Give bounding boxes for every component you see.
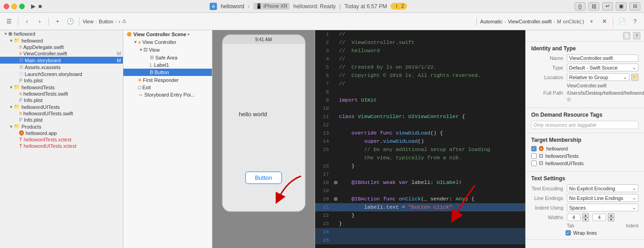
tree-item-uitests-plist[interactable]: P Info.plist bbox=[0, 117, 123, 123]
name-label: Name bbox=[531, 55, 563, 61]
tree-item-helloworduitests-group[interactable]: ▼ 📁 hellowordUITests bbox=[0, 103, 123, 110]
name-input[interactable]: ViewController.swift bbox=[567, 54, 639, 62]
indent-stepper-input[interactable]: 4 bbox=[592, 214, 606, 221]
back-btn[interactable]: ‹ bbox=[21, 16, 32, 27]
canvas-area: 9:41 AM hello world Button bbox=[212, 30, 315, 248]
tree-item-appdelegate[interactable]: S AppDelegate.swift bbox=[0, 44, 123, 50]
app-name: helloword bbox=[221, 3, 244, 10]
minimize-button[interactable] bbox=[11, 4, 17, 9]
layout-btn2[interactable]: ⊟ bbox=[629, 2, 640, 11]
tree-item-tests-plist[interactable]: P Info.plist bbox=[0, 97, 123, 103]
hellowordtests-checkbox[interactable] bbox=[531, 153, 537, 159]
status-text: helloword: Ready bbox=[293, 3, 336, 10]
tree-item-hellowordtests-swift[interactable]: S hellowordTests.swift bbox=[0, 91, 123, 97]
play-button[interactable]: ▶ bbox=[31, 3, 36, 10]
tree-item-helloword-group[interactable]: ▼ 📁 helloword bbox=[0, 37, 123, 44]
location-path: ViewController.swift bbox=[567, 83, 607, 88]
type-dropdown[interactable]: Default - Swift Source ⌄ bbox=[567, 64, 639, 71]
location-dropdown[interactable]: Relative to Group ⌄ bbox=[567, 73, 629, 81]
tree-item-viewcontroller[interactable]: S ViewController.swift M bbox=[0, 50, 123, 57]
nav-onclick-label: onClick(:) bbox=[563, 19, 584, 24]
code-line-19: 19 bbox=[315, 187, 525, 195]
file-icon-btn[interactable]: 📄 bbox=[623, 32, 630, 39]
nav-exit-label: Exit bbox=[143, 85, 151, 90]
tab-stepper-down[interactable]: ▼ bbox=[582, 217, 589, 221]
nav-button-item[interactable]: B Button bbox=[123, 69, 212, 76]
nav-view-item[interactable]: ▼ ⊡ View bbox=[123, 46, 212, 54]
stop-button[interactable]: ■ bbox=[38, 3, 42, 10]
line-endings-row: Line Endings No Explicit Line Endings ⌄ bbox=[531, 194, 639, 202]
code-line-14: 14 super.viewDidLoad() bbox=[315, 137, 525, 146]
help-btn[interactable]: ? bbox=[629, 16, 640, 27]
tree-item-assets[interactable]: ⊞ Assets.xcassets bbox=[0, 64, 123, 70]
tab-stepper-up[interactable]: ▲ bbox=[582, 213, 589, 217]
layout-btn1[interactable]: ▣ bbox=[616, 2, 627, 11]
text-settings-section: Text Settings Text Encoding No Explicit … bbox=[526, 172, 644, 240]
helloword-checkbox[interactable] bbox=[531, 146, 537, 151]
add-file-btn[interactable]: + bbox=[52, 16, 63, 27]
tree-item-products-group[interactable]: ▼ 📁 Products bbox=[0, 123, 123, 130]
location-folder-btn[interactable]: 📁 bbox=[631, 74, 639, 81]
target-membership-title: Target Membership bbox=[531, 137, 639, 143]
nav-entry-label: Storyboard Entry Poi... bbox=[144, 92, 195, 97]
close-button[interactable] bbox=[4, 4, 9, 9]
indent-using-dropdown[interactable]: Spaces ⌄ bbox=[567, 204, 639, 211]
code-btn[interactable]: {} bbox=[575, 2, 586, 11]
tree-item-hellowordtests-group[interactable]: ▼ 📁 hellowordTests bbox=[0, 84, 123, 91]
tree-item-root[interactable]: ▼ ◼ helloword bbox=[0, 30, 123, 37]
location-label: Location bbox=[531, 75, 563, 80]
hello-world-text: hello world bbox=[239, 111, 267, 118]
scene-dot bbox=[127, 32, 132, 37]
nav-button: Button bbox=[99, 19, 113, 24]
nav-label1-item[interactable]: L Label1 bbox=[123, 61, 212, 69]
nav-viewcontroller-item[interactable]: ▼ ● View Controller bbox=[123, 38, 212, 46]
history-btn[interactable]: 🕐 bbox=[65, 16, 76, 27]
helloworduitests-checkbox[interactable] bbox=[531, 161, 537, 166]
line-endings-dropdown[interactable]: No Explicit Line Endings ⌄ bbox=[567, 194, 639, 202]
tab-stepper-buttons: ▲ ▼ bbox=[582, 213, 589, 221]
wrap-checkbox[interactable] bbox=[565, 230, 571, 236]
add-editor-btn[interactable]: + bbox=[586, 16, 597, 27]
code-editor[interactable]: 1 // 2 // ViewController.swift 3 // hell… bbox=[315, 30, 525, 248]
code-line-13: 13 override func viewDidLoad() { bbox=[315, 129, 525, 137]
indent-stepper-down[interactable]: ▼ bbox=[608, 217, 614, 221]
tree-item-mainstoryboard[interactable]: ⊡ Main.storyboard M bbox=[0, 57, 123, 64]
nav-exit-item[interactable]: □ Exit bbox=[123, 84, 212, 91]
widths-label: Widths bbox=[531, 215, 563, 220]
tab-stepper-group: 4 ▲ ▼ bbox=[567, 213, 589, 221]
sidebar-toggle[interactable]: ☰ bbox=[4, 16, 15, 27]
warning-badge: ⚠️ 2 bbox=[391, 3, 406, 10]
nav-button-label: Button bbox=[154, 70, 169, 75]
tree-item-helloworduitests-xctest[interactable]: T hellowordUITests.xctest bbox=[0, 143, 123, 149]
fullpath-value: /Users/ls/Desktop/helloword/helloword/Vi… bbox=[567, 90, 644, 102]
forward-btn[interactable]: › bbox=[34, 16, 45, 27]
encoding-dropdown[interactable]: No Explicit Encoding ⌄ bbox=[567, 184, 639, 192]
nav-scene-item[interactable]: View Controller Scene ● bbox=[123, 30, 212, 38]
nav-responder-item[interactable]: ◈ First Responder bbox=[123, 76, 212, 84]
tree-item-launchscreen[interactable]: ⊡ LaunchScreen.storyboard bbox=[0, 70, 123, 77]
code-line-25: 25 bbox=[315, 236, 525, 244]
indent-stepper-up[interactable]: ▲ bbox=[608, 213, 614, 217]
nav-btn[interactable]: ↵ bbox=[602, 2, 613, 11]
nav-storyboard-entry-item[interactable]: → Storyboard Entry Poi... bbox=[123, 91, 212, 98]
file-inspector-btn[interactable]: 📄 bbox=[617, 16, 628, 27]
code-line-5: 5 // Created by ls on 2019/1/22. bbox=[315, 63, 525, 71]
inspector-panel: 📄 ? Identity and Type Name ViewControlle… bbox=[525, 30, 644, 248]
tree-item-helloworduitests-swift[interactable]: S hellowordUITests.swift bbox=[0, 110, 123, 117]
fullscreen-button[interactable] bbox=[19, 4, 25, 9]
tab-stepper-input[interactable]: 4 bbox=[567, 214, 581, 221]
encoding-row: Text Encoding No Explicit Encoding ⌄ bbox=[531, 184, 639, 192]
tree-item-helloword-app[interactable]: 🅐 helloword.app bbox=[0, 130, 123, 136]
tree-item-infoplist[interactable]: P Info.plist bbox=[0, 77, 123, 84]
nav-label1-icon: L bbox=[150, 62, 153, 68]
nav-vc-label: View Controller bbox=[143, 39, 176, 45]
nav-safearea-item[interactable]: ⊞ Safe Area bbox=[123, 54, 212, 61]
close-editor-btn[interactable]: ✕ bbox=[599, 16, 610, 27]
file-tree: ▼ ◼ helloword ▼ 📁 helloword S AppDelegat… bbox=[0, 30, 123, 248]
nav-view: View bbox=[83, 19, 94, 24]
on-demand-title: On Demand Resource Tags bbox=[531, 112, 639, 118]
link-btn[interactable]: ⛓ bbox=[588, 2, 599, 11]
sim-button[interactable]: Button bbox=[245, 172, 282, 184]
help-icon-btn[interactable]: ? bbox=[633, 32, 640, 39]
tree-item-hellowordtests-xctest[interactable]: T hellowordTests.xctest bbox=[0, 136, 123, 143]
